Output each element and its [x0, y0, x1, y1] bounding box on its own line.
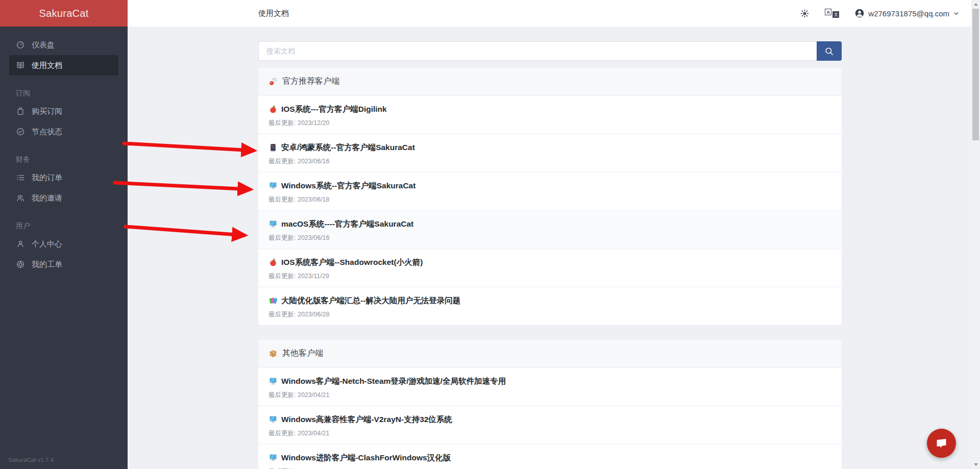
doc-card: 其他客户端Windows客户端-Netch-Steam登录/游戏加速/全局软件加… [258, 339, 842, 469]
doc-link[interactable]: IOS系统客户端--Shadowrocket(小火箭) [268, 257, 831, 268]
support-chat-button[interactable] [927, 429, 956, 458]
doc-updated-date: 最后更新: 2023/11/29 [268, 272, 831, 281]
sidebar: SakuraCat 仪表盘使用文档订阅购买订阅节点状态财务我的订单我的邀请用户个… [0, 0, 128, 469]
monitor-icon [268, 453, 278, 462]
scrollbar-up-arrow[interactable] [971, 0, 980, 9]
doc-link[interactable]: IOS系统---官方客户端Digilink [268, 104, 831, 115]
content-area: 官方推荐客户端IOS系统---官方客户端Digilink最后更新: 2023/1… [128, 27, 980, 469]
sidebar-item-我的邀请[interactable]: 我的邀请 [9, 188, 118, 208]
doc-updated-date: 最后更新: 2023/06/28 [268, 310, 831, 319]
scrollbar-thumb[interactable] [972, 9, 979, 140]
page-title: 使用文档 [258, 9, 289, 18]
doc-row[interactable]: Windows系统--官方客户端SakuraCat最后更新: 2023/06/1… [258, 172, 842, 211]
sidebar-item-label: 节点状态 [32, 127, 62, 137]
sidebar-item-个人中心[interactable]: 个人中心 [9, 234, 118, 254]
doc-link[interactable]: Windows进阶客户端-ClashForWindows汉化版 [268, 452, 831, 463]
user-email: w2769731875@qq.com [868, 9, 949, 18]
app-logo: SakuraCat [0, 0, 128, 27]
check-circle-icon [16, 127, 25, 136]
sidebar-section-label: 用户 [16, 221, 128, 231]
sidebar-item-我的订单[interactable]: 我的订单 [9, 167, 118, 188]
topbar-actions: A 文 w2769731875@qq.com [799, 8, 980, 18]
doc-link[interactable]: 安卓/鸿蒙系统--官方客户端SakuraCat [268, 142, 831, 153]
sidebar-item-label: 我的邀请 [32, 193, 62, 203]
sidebar-item-节点状态[interactable]: 节点状态 [9, 121, 118, 142]
sidebar-item-label: 购买订阅 [32, 107, 62, 116]
sun-icon[interactable] [799, 8, 810, 18]
doc-updated-date: 最后更新: 2023/06/16 [268, 157, 831, 166]
doc-link-label: Windows进阶客户端-ClashForWindows汉化版 [281, 452, 451, 463]
doc-row[interactable]: IOS系统客户端--Shadowrocket(小火箭)最后更新: 2023/11… [258, 249, 842, 287]
monitor-icon [268, 219, 278, 229]
main-area: 使用文档 A 文 [128, 0, 980, 469]
doc-link-label: IOS系统---官方客户端Digilink [281, 104, 387, 115]
package-icon [268, 349, 278, 358]
monitor-icon [268, 377, 278, 386]
doc-link-label: 安卓/鸿蒙系统--官方客户端SakuraCat [281, 142, 415, 153]
doc-updated-date: 最后更新: 2023/12/20 [268, 119, 831, 128]
user-icon [16, 239, 25, 249]
app-version: SakuraCat v1.7.4 [8, 457, 54, 463]
chat-bubble-icon [935, 436, 948, 450]
translate-icon[interactable]: A 文 [825, 9, 839, 18]
chevron-down-icon [953, 10, 960, 17]
app-root: SakuraCat 仪表盘使用文档订阅购买订阅节点状态财务我的订单我的邀请用户个… [0, 0, 980, 469]
monitor-icon [268, 415, 278, 424]
sidebar-item-使用文档[interactable]: 使用文档 [9, 55, 118, 76]
doc-updated-date: 最后更新: 2023/04/21 [268, 429, 831, 438]
sidebar-section-label: 订阅 [16, 89, 128, 98]
sidebar-nav: 仪表盘使用文档订阅购买订阅节点状态财务我的订单我的邀请用户个人中心我的工单 [0, 27, 128, 275]
doc-link[interactable]: 大陆优化版客户端汇总--解决大陆用户无法登录问题 [268, 295, 831, 306]
topbar: 使用文档 A 文 [128, 0, 980, 27]
doc-row[interactable]: Windows高兼容性客户端-V2rayN-支持32位系统最后更新: 2023/… [258, 406, 842, 445]
user-menu[interactable]: w2769731875@qq.com [854, 8, 960, 18]
doc-updated-date: 最后更新: 2023/06/18 [268, 195, 831, 204]
user-circle-icon [854, 8, 865, 18]
doc-link-label: macOS系统----官方客户端SakuraCat [281, 218, 413, 230]
doc-link-label: Windows高兼容性客户端-V2rayN-支持32位系统 [281, 414, 452, 425]
doc-link-label: 大陆优化版客户端汇总--解决大陆用户无法登录问题 [281, 295, 460, 306]
doc-card: 官方推荐客户端IOS系统---官方客户端Digilink最后更新: 2023/1… [258, 67, 842, 325]
invite-users-icon [16, 193, 25, 203]
search-bar [258, 41, 842, 61]
sidebar-item-我的工单[interactable]: 我的工单 [9, 254, 118, 275]
translate-latin-glyph: A [825, 9, 831, 15]
monitor-icon [268, 181, 278, 190]
shopping-bag-icon [16, 107, 25, 116]
sidebar-item-label: 仪表盘 [32, 40, 55, 50]
doc-row[interactable]: Windows进阶客户端-ClashForWindows汉化版最后更新: 202… [258, 445, 842, 469]
sidebar-item-仪表盘[interactable]: 仪表盘 [9, 35, 118, 55]
books-icon [268, 296, 278, 305]
doc-row[interactable]: Windows客户端-Netch-Steam登录/游戏加速/全局软件加速专用最后… [258, 368, 842, 406]
sidebar-item-label: 个人中心 [32, 239, 62, 249]
sidebar-item-label: 我的工单 [32, 260, 62, 269]
search-input[interactable] [258, 41, 817, 61]
gauge-icon [16, 40, 25, 50]
doc-sections: 官方推荐客户端IOS系统---官方客户端Digilink最后更新: 2023/1… [258, 67, 980, 469]
phone-icon [268, 143, 278, 152]
apple-icon [268, 258, 278, 267]
doc-link[interactable]: macOS系统----官方客户端SakuraCat [268, 218, 831, 230]
doc-row[interactable]: 安卓/鸿蒙系统--官方客户端SakuraCat最后更新: 2023/06/16 [258, 134, 842, 172]
doc-card-header: 官方推荐客户端 [258, 67, 842, 96]
search-button[interactable] [817, 41, 842, 61]
sidebar-section-label: 财务 [16, 155, 128, 164]
sidebar-item-label: 使用文档 [32, 61, 62, 70]
open-book-icon [16, 61, 25, 70]
doc-row[interactable]: macOS系统----官方客户端SakuraCat最后更新: 2023/06/1… [258, 211, 842, 249]
doc-link[interactable]: Windows高兼容性客户端-V2rayN-支持32位系统 [268, 414, 831, 425]
doc-row[interactable]: 大陆优化版客户端汇总--解决大陆用户无法登录问题最后更新: 2023/06/28 [258, 287, 842, 325]
doc-updated-date: 最后更新: 2023/04/21 [268, 391, 831, 400]
translate-cjk-glyph: 文 [832, 11, 839, 18]
doc-link[interactable]: Windows系统--官方客户端SakuraCat [268, 180, 831, 191]
sidebar-item-购买订阅[interactable]: 购买订阅 [9, 101, 118, 121]
doc-card-title: 官方推荐客户端 [282, 76, 339, 87]
doc-link-label: Windows系统--官方客户端SakuraCat [281, 180, 415, 191]
doc-link[interactable]: Windows客户端-Netch-Steam登录/游戏加速/全局软件加速专用 [268, 376, 831, 387]
doc-card-header: 其他客户端 [258, 339, 842, 368]
doc-row[interactable]: IOS系统---官方客户端Digilink最后更新: 2023/12/20 [258, 96, 842, 134]
scrollbar-down-arrow[interactable] [971, 460, 980, 469]
doc-card-title: 其他客户端 [282, 348, 323, 359]
apple-icon [268, 105, 278, 114]
search-icon [824, 46, 834, 56]
